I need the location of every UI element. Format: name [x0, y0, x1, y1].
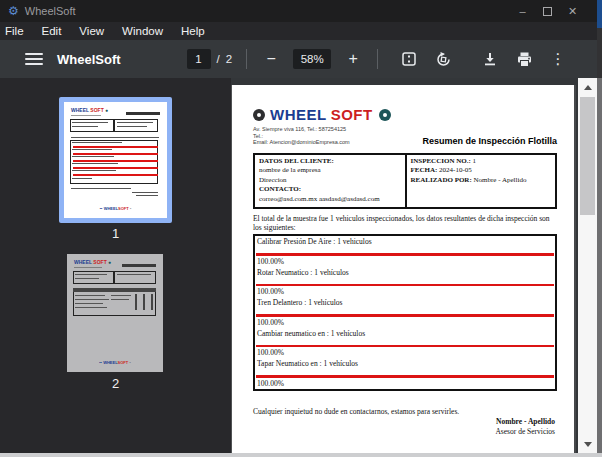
thumbnail-page-1-label: 1 — [0, 226, 231, 241]
pdf-toolbar: WheelSoft 1 / 2 − 58% + — [0, 40, 597, 78]
page-separator: / — [217, 53, 220, 65]
toolbar-divider — [377, 49, 378, 69]
inspection-number-label: INSPECCION NO.: — [411, 157, 471, 165]
document-viewport: WHEEL SOFT Av. Siempre viva 116, Tel.: 5… — [231, 78, 578, 453]
client-address: Direccion — [259, 176, 401, 186]
page-navigation: 1 / 2 — [187, 49, 233, 69]
rotate-button[interactable] — [430, 46, 456, 72]
item-label: Cambiar neumatico en : 1 vehículos — [255, 328, 555, 338]
titlebar: ⚙ WheelSoft – ✕ — [0, 0, 597, 22]
item-percent: 100.00% — [255, 317, 555, 328]
pdf-page-1: WHEEL SOFT Av. Siempre viva 116, Tel.: 5… — [231, 85, 576, 453]
inspection-item-row: Calibrar Presión De Aire : 1 vehiculos 1… — [255, 236, 555, 267]
more-options-button[interactable]: ⋮ — [545, 46, 571, 72]
inspection-author-line: REALIZADO POR: Nombre - Apellido — [411, 176, 552, 186]
inspection-date-value: 2024-10-05 — [439, 166, 472, 174]
logo-word-soft: SOFT — [331, 106, 373, 123]
menu-file[interactable]: File — [0, 22, 33, 40]
item-label: Tren Delantero : 1 vehículos — [255, 297, 555, 307]
menu-help[interactable]: Help — [172, 22, 214, 40]
window-controls: – ✕ — [510, 0, 585, 22]
fit-page-icon — [401, 51, 417, 67]
inspection-items-table: Calibrar Presión De Aire : 1 vehiculos 1… — [253, 234, 557, 391]
vertical-scrollbar[interactable] — [578, 78, 597, 453]
inspection-date-line: FECHA: 2024-10-05 — [411, 166, 552, 176]
inspection-item-row: Cambiar neumatico en : 1 vehículos 100.0… — [255, 328, 555, 359]
close-button[interactable]: ✕ — [560, 0, 585, 22]
report-title: Resumen de Inspección Flotilla — [422, 136, 557, 146]
inspection-item-row: Tren Delantero : 1 vehículos 100.00% — [255, 297, 555, 328]
address-line-3: Email: Atencion@dominioEmpresa.com — [253, 139, 350, 146]
desktop-edge-top — [597, 0, 602, 28]
toolbar-doc-title: WheelSoft — [57, 52, 121, 67]
print-button[interactable] — [511, 46, 537, 72]
scroll-up-button[interactable] — [578, 80, 597, 94]
kebab-icon: ⋮ — [549, 50, 567, 68]
zoom-in-button[interactable]: + — [343, 50, 363, 68]
desktop-edge-mid — [597, 28, 602, 78]
address-line-1: Av. Siempre viva 116, Tel.: 587254125 — [253, 126, 350, 133]
inspection-author-value: Nombre - Apellido — [474, 176, 527, 184]
client-info-table: DATOS DEL CLIENTE: nombre de la empresa … — [253, 153, 557, 210]
desktop-edge-bottom — [0, 453, 602, 457]
thumbnail-page-1-preview: WHEEL SOFT ● — [64, 102, 167, 218]
company-address: Av. Siempre viva 116, Tel.: 587254125 Te… — [253, 126, 350, 146]
menu-edit[interactable]: Edit — [33, 22, 71, 40]
item-label: Tapar Neumatico en : 1 vehículos — [255, 358, 555, 368]
inspection-number-line: INSPECCION NO.: 1 — [411, 157, 552, 167]
closing-paragraph: Cualquier inquietud no dude en contactar… — [253, 407, 557, 416]
item-percent: 100.00% — [255, 256, 555, 267]
thumbnail-page-2-label: 2 — [0, 376, 231, 391]
download-icon — [482, 51, 498, 67]
download-button[interactable] — [477, 46, 503, 72]
app-gear-icon: ⚙ — [8, 5, 19, 17]
item-label: Rotar Neumatico : 1 vehículos — [255, 267, 555, 277]
wheel-icon-right — [379, 109, 391, 121]
total-pages: 2 — [226, 53, 232, 65]
inspection-item-row: Rotar Neumatico : 1 vehículos 100.00% — [255, 267, 555, 298]
scroll-up-icon — [584, 85, 592, 90]
scroll-down-button[interactable] — [578, 437, 597, 451]
window-title: WheelSoft — [25, 5, 76, 17]
signature-name: Nombre - Apellido — [253, 417, 555, 427]
zoom-out-button[interactable]: − — [261, 50, 281, 68]
inspection-number-value: 1 — [473, 157, 477, 165]
maximize-button[interactable] — [535, 0, 560, 22]
toolbar-right-icons: ⋮ — [473, 46, 575, 72]
menu-window[interactable]: Window — [113, 22, 172, 40]
company-logo: WHEEL SOFT — [253, 106, 557, 123]
inspection-date-label: FECHA: — [411, 166, 438, 174]
print-icon — [516, 51, 533, 68]
client-data-cell: DATOS DEL CLIENTE: nombre de la empresa … — [255, 155, 407, 208]
thumbnail-page-1[interactable]: WHEEL SOFT ● — [59, 97, 172, 223]
fit-page-button[interactable] — [396, 46, 422, 72]
scrollbar-thumb[interactable] — [580, 97, 595, 215]
rotate-icon — [435, 51, 452, 68]
item-percent: 100.00% — [255, 347, 555, 358]
content-area: WHEEL SOFT ● — [0, 78, 597, 453]
client-contact-label: CONTACTO: — [259, 185, 401, 195]
maximize-icon — [543, 7, 552, 16]
item-percent: 100.00% — [255, 286, 555, 297]
client-emails: correo@asd.com.mx aasdasd@asdasd.com — [259, 195, 401, 205]
client-company: nombre de la empresa — [259, 166, 401, 176]
inspection-author-label: REALIZADO POR: — [411, 176, 472, 184]
logo-word-wheel: WHEEL — [270, 106, 327, 123]
scroll-down-icon — [584, 442, 592, 447]
header-row: Av. Siempre viva 116, Tel.: 587254125 Te… — [253, 126, 557, 146]
thumbnail-sidebar: WHEEL SOFT ● — [0, 78, 231, 453]
menubar: File Edit View Window Help — [0, 22, 597, 40]
intro-paragraph: El total de la muestra fue 1 vehiculos i… — [253, 215, 551, 233]
minimize-button[interactable]: – — [510, 0, 535, 22]
item-label: Calibrar Presión De Aire : 1 vehiculos — [255, 236, 555, 246]
menu-icon[interactable] — [25, 53, 43, 65]
signature-block: Nombre - Apellido Asesor de Servicios — [253, 417, 557, 436]
toolbar-divider — [246, 49, 247, 69]
inspection-item-row: Tapar Neumatico en : 1 vehículos 100.00% — [255, 358, 555, 389]
menu-view[interactable]: View — [70, 22, 113, 40]
zoom-level-display[interactable]: 58% — [293, 49, 331, 69]
current-page-input[interactable]: 1 — [187, 49, 211, 69]
signature-title: Asesor de Servicios — [253, 427, 555, 436]
thumbnail-page-2[interactable]: WHEEL SOFT ● ▪▪ WHEELSOFT ▪ — [67, 254, 163, 372]
wheel-icon-left — [253, 109, 265, 121]
